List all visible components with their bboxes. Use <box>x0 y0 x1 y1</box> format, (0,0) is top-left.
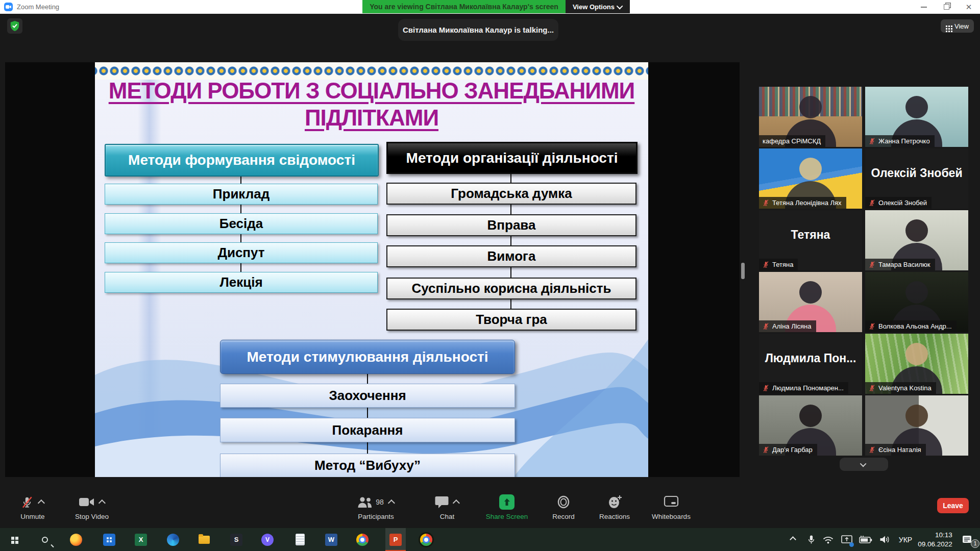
participant-name-label: Дар'я Гарбар <box>759 444 817 456</box>
stop-video-button[interactable]: Stop Video <box>65 494 118 520</box>
unmute-options-caret[interactable] <box>38 499 45 507</box>
chat-button[interactable]: Chat <box>427 494 468 520</box>
participant-tile[interactable]: Valentyna Kostina <box>865 334 968 394</box>
panel-resize-handle[interactable] <box>741 263 745 279</box>
diagram-box: Заохочення <box>220 384 515 408</box>
share-screen-icon <box>499 494 514 510</box>
participant-tile[interactable]: кафедра СРіМСКД <box>759 87 862 147</box>
chevron-down-icon <box>860 460 867 467</box>
participant-tile[interactable]: Жанна Петрочко <box>865 87 968 147</box>
chrome-icon <box>356 534 369 546</box>
participant-tile[interactable]: Дар'я Гарбар <box>759 395 862 456</box>
grid-view-icon <box>946 26 947 27</box>
participant-tile[interactable]: Людмила Пон...Людмила Пономарен... <box>759 334 862 394</box>
taskbar-s-app-icon[interactable] <box>226 528 247 551</box>
participant-name: кафедра СРіМСКД <box>763 137 821 145</box>
notepad-icon <box>296 534 305 545</box>
participant-tile[interactable]: Тамара Василюк <box>865 210 968 270</box>
mic-muted-icon <box>869 384 875 392</box>
slide-title: МЕТОДИ РОБОТИ З СОЦІАЛЬНО ЗАНЕДБАНИМИПІД… <box>95 78 648 132</box>
firefox-icon <box>70 534 82 546</box>
tray-date: 09.06.2022 <box>918 540 952 548</box>
participant-tile[interactable]: ТетянаТетяна <box>759 210 862 270</box>
participant-name: Дар'я Гарбар <box>772 446 813 454</box>
diagram-box: Приклад <box>105 184 378 205</box>
app-grid-icon <box>103 534 115 546</box>
participants-options-caret[interactable] <box>388 499 395 507</box>
participant-name: Єсіна Наталія <box>878 446 921 454</box>
participant-display-name: Тетяна <box>759 210 862 260</box>
leave-button[interactable]: Leave <box>937 498 969 513</box>
tray-chevron-up[interactable] <box>785 528 800 551</box>
share-screen-button[interactable]: Share Screen <box>479 494 535 520</box>
taskbar-excel-icon[interactable] <box>131 528 151 551</box>
taskbar-edge-icon[interactable] <box>163 528 183 551</box>
whiteboards-button[interactable]: Whiteboards <box>644 494 698 520</box>
participant-tile[interactable]: Олексій ЗнобейОлексій Знобей <box>865 148 968 209</box>
view-options-button[interactable]: View Options <box>566 0 630 13</box>
taskbar-app-grid-icon[interactable] <box>99 528 119 551</box>
diagram-header: Методи організації діяльності <box>386 142 638 174</box>
start-icon <box>11 537 14 540</box>
participant-tile[interactable]: Тетяна Леонідівна Лях <box>759 148 862 209</box>
participant-tile[interactable]: Волкова Альона Андр... <box>865 272 968 332</box>
taskbar-start-icon[interactable] <box>4 528 24 551</box>
participant-tile[interactable]: Єсіна Наталія <box>865 395 968 456</box>
restore-button[interactable] <box>935 0 958 14</box>
reactions-button[interactable]: Reactions <box>591 494 638 520</box>
participant-name: Людмила Пономарен... <box>772 384 844 392</box>
chat-options-caret[interactable] <box>452 499 459 507</box>
taskbar-notepad-icon[interactable] <box>290 528 310 551</box>
mic-muted-icon <box>763 384 769 392</box>
excel-icon <box>135 534 147 546</box>
view-label: View <box>954 22 969 30</box>
mic-muted-icon <box>869 446 875 454</box>
unmute-button[interactable]: Unmute <box>9 494 56 520</box>
participant-name: Тетяна <box>772 261 793 268</box>
viewing-banner: You are viewing Світлана Миколаївна Кала… <box>362 0 566 13</box>
video-options-caret[interactable] <box>98 499 105 507</box>
close-button[interactable]: ✕ <box>958 0 980 14</box>
tray-wifi-icon[interactable] <box>821 528 835 551</box>
s-app-icon <box>230 534 242 546</box>
taskbar-powerpoint-icon[interactable] <box>385 528 406 551</box>
talking-toast: Світлана Миколаївна Калаур is talking... <box>398 19 558 41</box>
participant-name: Волкова Альона Андр... <box>878 322 952 330</box>
whiteboards-label: Whiteboards <box>652 513 691 520</box>
tray-speaker-icon[interactable] <box>877 528 892 551</box>
mic-muted-icon <box>20 495 34 509</box>
tray-battery-icon[interactable] <box>857 528 874 551</box>
taskbar-viber-icon[interactable] <box>257 528 278 551</box>
taskbar-firefox-icon[interactable] <box>66 528 86 551</box>
taskbar-chrome-alt-icon[interactable] <box>416 528 436 551</box>
taskbar-chrome-icon[interactable] <box>352 528 373 551</box>
record-button[interactable]: Record <box>544 494 583 520</box>
taskbar-file-explorer-icon[interactable] <box>194 528 214 551</box>
security-shield-icon[interactable] <box>7 18 22 34</box>
diagram-box: Суспільно корисна діяльність <box>386 278 636 299</box>
participant-tile[interactable]: Аліна Лісяна <box>759 272 862 332</box>
tray-clock[interactable]: 10:13 09.06.2022 <box>914 528 957 551</box>
taskbar-word-icon[interactable] <box>321 528 341 551</box>
participant-name: Тетяна Леонідівна Лях <box>772 199 842 207</box>
chat-icon <box>435 496 449 509</box>
action-center-button[interactable]: 1 <box>959 528 976 551</box>
share-screen-label: Share Screen <box>486 513 528 520</box>
taskbar-search-icon[interactable] <box>35 528 55 551</box>
participant-display-name: Людмила Пон... <box>759 334 862 383</box>
minimize-button[interactable] <box>913 0 935 14</box>
diagram-box: Бесіда <box>105 213 378 234</box>
participant-name: Тамара Василюк <box>878 261 930 268</box>
unmute-label: Unmute <box>20 513 44 520</box>
view-layout-button[interactable]: View <box>941 19 974 33</box>
participants-scroll-down-button[interactable] <box>840 458 888 471</box>
participant-name: Олексій Знобей <box>878 199 927 207</box>
tray-mic-icon[interactable] <box>804 528 818 551</box>
notification-badge: 1 <box>971 539 979 548</box>
mic-muted-icon <box>869 199 875 207</box>
person-silhouette-head <box>905 343 928 365</box>
participants-button[interactable]: 98 Participants <box>339 494 413 520</box>
mic-muted-icon <box>763 261 769 268</box>
tray-cast-icon[interactable] <box>839 528 854 551</box>
chat-label: Chat <box>440 513 455 520</box>
